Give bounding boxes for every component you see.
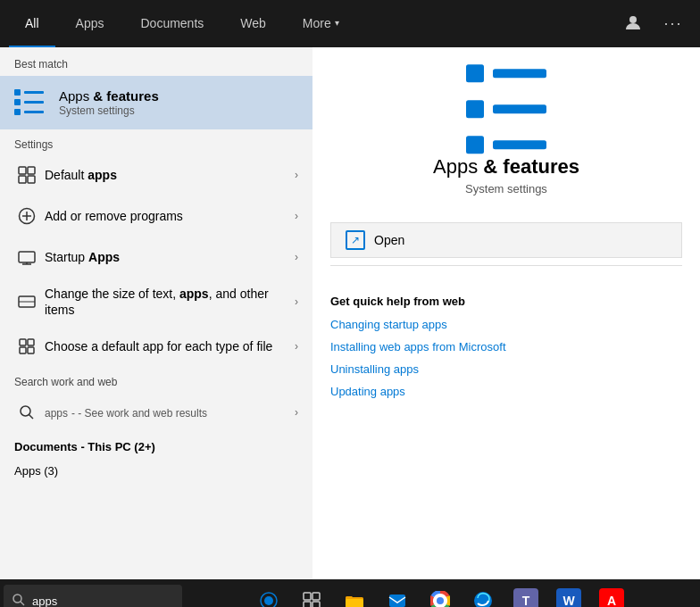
svg-line-20 bbox=[21, 602, 24, 605]
search-query: apps bbox=[45, 407, 68, 420]
svg-rect-23 bbox=[304, 593, 311, 600]
quick-help-link-4[interactable]: Updating apps bbox=[330, 380, 682, 403]
word-button[interactable]: W bbox=[549, 581, 588, 607]
svg-point-0 bbox=[629, 16, 637, 23]
chevron-right-icon-5: › bbox=[295, 340, 298, 353]
svg-rect-1 bbox=[19, 167, 26, 174]
search-work-text: apps - - See work and web results bbox=[39, 405, 295, 420]
best-match-text: Apps & features System settings bbox=[59, 88, 159, 117]
tab-web[interactable]: Web bbox=[224, 0, 282, 47]
main-content: Best match bbox=[0, 47, 700, 579]
open-icon bbox=[346, 230, 365, 250]
tab-more[interactable]: More ▾ bbox=[287, 0, 355, 47]
documents-section: Documents - This PC (2+) bbox=[0, 433, 312, 461]
quick-help-link-2[interactable]: Installing web apps from Microsoft bbox=[330, 336, 682, 358]
search-suffix: - - See work and web results bbox=[71, 407, 207, 420]
svg-rect-25 bbox=[304, 602, 311, 607]
svg-point-19 bbox=[13, 595, 21, 603]
svg-point-22 bbox=[264, 596, 273, 605]
best-match-item[interactable]: Apps & features System settings bbox=[0, 76, 312, 129]
menu-item-add-remove[interactable]: Add or remove programs › bbox=[0, 195, 312, 237]
app-preview-icon bbox=[478, 74, 535, 137]
add-remove-label: Add or remove programs bbox=[39, 209, 295, 223]
menu-item-choose-default[interactable]: Choose a default app for each type of fi… bbox=[0, 326, 312, 367]
file-explorer-button[interactable] bbox=[335, 581, 374, 607]
taskbar: T W A bbox=[0, 579, 700, 607]
svg-rect-26 bbox=[312, 602, 320, 607]
tab-all-label: All bbox=[25, 16, 39, 30]
chrome-button[interactable] bbox=[421, 581, 460, 607]
tab-more-label: More bbox=[303, 16, 331, 30]
svg-rect-3 bbox=[19, 176, 26, 183]
tab-apps-label: Apps bbox=[76, 16, 104, 30]
choose-default-icon bbox=[14, 334, 39, 359]
svg-rect-29 bbox=[389, 595, 405, 607]
change-size-label: Change the size of text, apps, and other… bbox=[39, 286, 295, 318]
svg-line-18 bbox=[29, 415, 34, 420]
svg-rect-4 bbox=[28, 176, 35, 183]
cortana-button[interactable] bbox=[249, 581, 288, 607]
chevron-right-icon-2: › bbox=[295, 210, 298, 222]
tab-all[interactable]: All bbox=[9, 0, 55, 47]
search-work-header: Search work and web bbox=[0, 367, 312, 392]
taskbar-search[interactable] bbox=[4, 585, 182, 607]
tab-web-label: Web bbox=[240, 16, 266, 30]
svg-point-17 bbox=[21, 406, 30, 416]
left-panel: Best match bbox=[0, 47, 312, 579]
task-view-button[interactable] bbox=[292, 581, 331, 607]
top-nav: All Apps Documents Web More ▾ ··· bbox=[0, 0, 700, 47]
divider bbox=[330, 265, 682, 266]
chevron-right-icon-6: › bbox=[295, 406, 298, 419]
ellipsis-icon: ··· bbox=[663, 14, 682, 33]
quick-help-link-3[interactable]: Uninstalling apps bbox=[330, 358, 682, 380]
chevron-right-icon: › bbox=[295, 169, 298, 181]
best-match-title: Apps & features bbox=[59, 88, 159, 104]
search-loop-icon bbox=[14, 400, 39, 425]
teams-button[interactable]: T bbox=[506, 581, 546, 607]
choose-default-label: Choose a default app for each type of fi… bbox=[39, 338, 295, 354]
right-panel: Apps & features System settings Open Get… bbox=[312, 47, 700, 579]
default-apps-label: Default apps bbox=[39, 168, 295, 182]
tab-documents[interactable]: Documents bbox=[124, 0, 220, 47]
menu-item-startup-apps[interactable]: Startup Apps › bbox=[0, 237, 312, 278]
svg-point-31 bbox=[437, 597, 444, 604]
svg-rect-13 bbox=[20, 339, 26, 345]
svg-rect-24 bbox=[312, 593, 320, 600]
svg-rect-16 bbox=[28, 347, 34, 353]
taskbar-center: T W A bbox=[184, 581, 696, 607]
app-preview-subtitle: System settings bbox=[465, 182, 547, 195]
open-button[interactable]: Open bbox=[330, 222, 682, 258]
taskbar-search-icon bbox=[12, 594, 25, 608]
chevron-right-icon-4: › bbox=[295, 295, 298, 308]
default-apps-icon bbox=[14, 162, 39, 187]
svg-rect-15 bbox=[20, 347, 26, 353]
outlook-button[interactable] bbox=[378, 581, 417, 607]
quick-help-header: Get quick help from web bbox=[330, 295, 682, 313]
ellipsis-icon-button[interactable]: ··· bbox=[655, 6, 691, 42]
menu-item-change-size[interactable]: Change the size of text, apps, and other… bbox=[0, 278, 312, 326]
person-icon bbox=[625, 14, 641, 34]
apps-count-section: Apps (3) bbox=[0, 461, 312, 481]
svg-rect-14 bbox=[28, 339, 34, 345]
app-preview-title: Apps & features bbox=[433, 155, 579, 179]
settings-header: Settings bbox=[0, 129, 312, 154]
tab-documents-label: Documents bbox=[140, 16, 204, 30]
svg-rect-28 bbox=[346, 599, 363, 607]
tab-apps[interactable]: Apps bbox=[60, 0, 121, 47]
open-button-label: Open bbox=[374, 233, 404, 247]
best-match-header: Best match bbox=[0, 47, 312, 76]
taskbar-search-input[interactable] bbox=[32, 595, 173, 608]
startup-apps-icon bbox=[14, 245, 39, 270]
svg-rect-8 bbox=[19, 252, 35, 262]
best-match-subtitle: System settings bbox=[59, 104, 159, 117]
change-size-icon bbox=[14, 289, 39, 314]
person-icon-button[interactable] bbox=[615, 6, 651, 42]
search-work-item[interactable]: apps - - See work and web results › bbox=[0, 392, 312, 433]
apps-features-icon bbox=[14, 87, 46, 119]
chevron-down-icon: ▾ bbox=[335, 18, 339, 28]
acrobat-button[interactable]: A bbox=[592, 581, 631, 607]
quick-help-link-1[interactable]: Changing startup apps bbox=[330, 313, 682, 336]
edge-button[interactable] bbox=[463, 581, 503, 607]
add-remove-icon bbox=[14, 204, 39, 229]
menu-item-default-apps[interactable]: Default apps › bbox=[0, 154, 312, 195]
